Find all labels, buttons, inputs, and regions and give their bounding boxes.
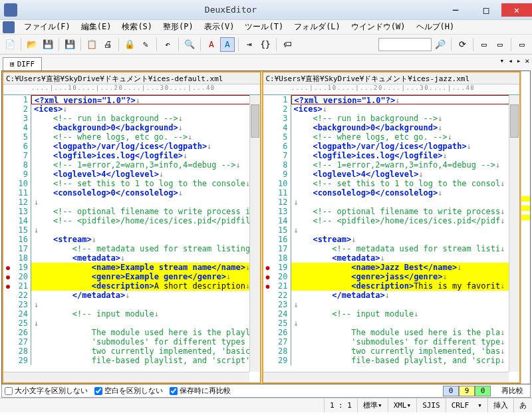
code-line[interactable]: 20 <genre>jass</genre> (263, 272, 520, 281)
code-line[interactable]: 25 (3, 319, 260, 328)
status-std[interactable]: 標準 ▾ (357, 398, 388, 412)
new-button[interactable]: 📄 (3, 37, 17, 52)
bookmark-button[interactable]: 🏷 (280, 37, 295, 52)
code-line[interactable]: 4 <background>0</background> (3, 123, 260, 132)
code-line[interactable]: 12 (263, 198, 520, 207)
tab-diff[interactable]: ⊞ DIFF (3, 57, 42, 70)
code-line[interactable]: 26 The module used here is the pla (263, 328, 520, 337)
code-line[interactable]: 6 <logpath>/var/log/ices</logpath> (263, 142, 520, 151)
menu-format[interactable]: 整形(P) (158, 20, 199, 34)
code-line[interactable]: 4 <background>0</background> (263, 123, 520, 132)
code-line[interactable]: 16 <stream> (263, 235, 520, 244)
single-button[interactable]: ▭ (515, 37, 529, 52)
code-line[interactable]: 28 two currently implemented, 'basic (3, 346, 260, 356)
minimize-button[interactable]: ─ (440, 3, 471, 17)
highlight-button[interactable]: A (220, 37, 235, 52)
code-line[interactable]: 19 <name>Example stream name</name> (3, 263, 260, 272)
tab-drop-icon[interactable]: ▾ (500, 57, 505, 65)
code-line[interactable]: 8 <!-- 1=error,2=warn,3=info,4=debug --> (263, 160, 520, 170)
code-line[interactable]: 20 <genre>Example genre</genre> (3, 272, 260, 281)
code-line[interactable]: 24 <!-- input module (263, 309, 520, 319)
code-line[interactable]: 12 (3, 198, 260, 207)
split1-button[interactable]: ▭ (477, 37, 491, 52)
right-hscroll[interactable] (263, 372, 509, 382)
code-line[interactable]: 5 <!-- where logs, etc go. --> (263, 132, 520, 142)
print-button[interactable]: 🖨 (100, 37, 115, 52)
code-line[interactable]: 13 <!-- optional filename to write proce… (3, 207, 260, 216)
code-line[interactable]: 3 <!-- run in background --> (263, 114, 520, 123)
code-line[interactable]: 3 <!-- run in background --> (3, 114, 260, 123)
search-box[interactable] (378, 38, 432, 51)
split2-button[interactable]: ▭ (493, 37, 507, 52)
close-button[interactable]: ✕ (501, 3, 532, 17)
code-line[interactable]: 9 <loglevel>4</loglevel> (263, 170, 520, 179)
menu-view[interactable]: 表示(V) (199, 20, 240, 34)
code-line[interactable]: 15 (3, 225, 260, 235)
code-line[interactable]: 23 (3, 300, 260, 309)
code-line[interactable]: 6 <logpath>/var/log/ices</logpath> (3, 142, 260, 151)
code-line[interactable]: 11 <consolelog>0</consolelog> (263, 188, 520, 198)
search-button[interactable]: 🔍 (182, 37, 197, 52)
code-line[interactable]: 17 <!-- metadata used for stream listing (3, 244, 260, 253)
code-line[interactable]: 21 <description>A short description (3, 281, 260, 291)
font-button[interactable]: A (204, 37, 219, 52)
code-line[interactable]: 26 The module used here is the playl (3, 328, 260, 337)
bracket-button[interactable]: {} (258, 37, 273, 52)
right-vscroll[interactable] (509, 95, 519, 372)
tab-close-icon[interactable]: ✕ (525, 57, 529, 65)
edit-button[interactable]: ✎ (138, 37, 153, 52)
code-line[interactable]: 24 <!-- input module (3, 309, 260, 319)
code-line[interactable]: 10 <!-- set this to 1 to log to the cons… (263, 179, 520, 188)
menu-search[interactable]: 検索(S) (116, 20, 158, 34)
code-line[interactable]: 16 <stream> (3, 235, 260, 244)
find-button[interactable]: 🔎 (433, 37, 448, 52)
code-line[interactable]: 22 </metadata> (263, 291, 520, 300)
code-line[interactable]: 28 two currently implemented, 'bas (263, 346, 520, 356)
opt-save[interactable]: 保存時に再比較 (170, 386, 231, 396)
indent-button[interactable]: ⇥ (242, 37, 257, 52)
overview-map[interactable] (521, 71, 530, 384)
code-line[interactable]: 11 <consolelog>0</consolelog> (3, 188, 260, 198)
status-lang[interactable]: XML ▾ (388, 398, 417, 412)
opt-space[interactable]: 空白を区別しない (94, 386, 163, 396)
menu-help[interactable]: ヘルプ(H) (411, 20, 460, 34)
open-button[interactable]: 📂 (25, 37, 39, 52)
code-line[interactable]: 15 (263, 225, 520, 235)
menu-window[interactable]: ウインドウ(W) (346, 20, 411, 34)
code-line[interactable]: 13 <!-- optional filename to write proce… (263, 207, 520, 216)
left-vscroll[interactable] (249, 95, 260, 372)
code-line[interactable]: 5 <!-- where logs, etc go. --> (3, 132, 260, 142)
lock-button[interactable]: 🔒 (122, 37, 137, 52)
code-line[interactable]: 14 <!-- <pidfile>/home/ices/ices.pid</pi… (263, 216, 520, 225)
code-line[interactable]: 8 <!-- 1=error,2=warn,3=info,4=debug --> (3, 160, 260, 170)
code-line[interactable]: 27 'submodules' for different type (263, 337, 520, 346)
code-line[interactable]: 9 <loglevel>4</loglevel> (3, 170, 260, 179)
right-code[interactable]: 1<?xml version="1.0"?>2<ices>3 <!-- run … (263, 95, 520, 382)
code-line[interactable]: 2<ices> (263, 104, 520, 114)
code-line[interactable]: 25 (263, 319, 520, 328)
code-line[interactable]: 29 file-based playlist, and 'scrip (263, 356, 520, 365)
save-button[interactable]: 💾 (41, 37, 55, 52)
code-line[interactable]: 19 <name>Jazz Best</name> (263, 263, 520, 272)
code-line[interactable]: 14 <!-- <pidfile>/home/ices/ices.pid</pi… (3, 216, 260, 225)
menu-file[interactable]: ファイル(F) (19, 20, 76, 34)
code-line[interactable]: 10 <!-- set this to 1 to log to the cons… (3, 179, 260, 188)
code-line[interactable]: 17 <!-- metadata used for stream listi (263, 244, 520, 253)
code-line[interactable]: 1<?xml version="1.0"?> (263, 95, 520, 104)
code-line[interactable]: 18 <metadata> (3, 253, 260, 263)
undo-button[interactable]: ↶ (160, 37, 175, 52)
menu-folder[interactable]: フォルダ(L) (289, 20, 346, 34)
code-line[interactable]: 18 <metadata> (263, 253, 520, 263)
code-line[interactable]: 7 <logfile>ices.log</logfile> (3, 151, 260, 160)
status-enc[interactable]: SJIS (416, 398, 446, 412)
status-ime[interactable]: あ (513, 398, 532, 412)
code-line[interactable]: 29 file-based playlist, and 'script' (3, 356, 260, 365)
copy-button[interactable]: 📋 (84, 37, 99, 52)
saveall-button[interactable]: 💾 (63, 37, 77, 52)
opt-case[interactable]: 大小文字を区別しない (5, 386, 88, 396)
maximize-button[interactable]: □ (471, 3, 501, 17)
status-eol[interactable]: CRLF ▾ (446, 398, 487, 412)
code-line[interactable]: 2<ices> (3, 104, 260, 114)
code-line[interactable]: 7 <logfile>ices.log</logfile> (263, 151, 520, 160)
menu-tool[interactable]: ツール(T) (239, 20, 289, 34)
